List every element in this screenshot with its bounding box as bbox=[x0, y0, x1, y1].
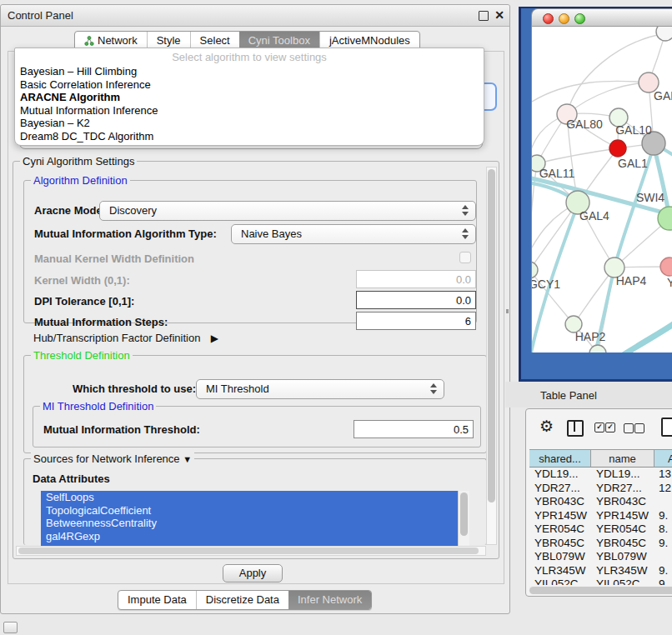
hub-definition-expander[interactable]: Hub/Transcription Factor Definition ▶ bbox=[33, 330, 218, 347]
mi-threshold-label: Mutual Information Threshold: bbox=[43, 423, 200, 436]
sources-title-text: Sources for Network Inference bbox=[33, 452, 180, 465]
cell: YLR345W bbox=[529, 564, 591, 578]
data-attributes-list[interactable]: SelfLoops TopologicalCoefficient Between… bbox=[41, 491, 469, 546]
node-gcy1[interactable] bbox=[532, 262, 538, 278]
table-horizontal-scrollbar[interactable] bbox=[529, 586, 672, 594]
cell: 9. bbox=[654, 537, 672, 551]
tab-infer-network[interactable]: Infer Network bbox=[288, 591, 371, 609]
node-label: GAL4 bbox=[579, 209, 609, 222]
cell: 9 bbox=[654, 578, 672, 585]
cell: YBR043C bbox=[591, 495, 654, 509]
kernel-width-field[interactable] bbox=[356, 270, 476, 288]
deselect-all-icon[interactable] bbox=[634, 423, 644, 433]
dropdown-item[interactable]: Dream8 DC_TDC Algorithm bbox=[15, 130, 484, 143]
dropdown-item[interactable]: Basic Correlation Inference bbox=[15, 78, 484, 92]
dpi-tolerance-field[interactable] bbox=[356, 291, 476, 309]
table-row[interactable]: YBR043CYBR043C bbox=[529, 495, 672, 509]
cell: YIL052C bbox=[591, 578, 654, 585]
mi-steps-field[interactable] bbox=[356, 312, 476, 330]
close-window-icon[interactable] bbox=[543, 13, 554, 24]
node-label: GAL10 bbox=[615, 123, 652, 137]
node-table[interactable]: YDL19...YDL19...13 YDR27...YDR27...12 YB… bbox=[529, 468, 672, 585]
attribute-item-selected[interactable]: SelfLoops bbox=[41, 491, 469, 504]
mi-algorithm-type-label: Mutual Information Algorithm Type: bbox=[34, 228, 217, 240]
cell: 9. bbox=[654, 509, 672, 523]
panel-title: Control Panel bbox=[8, 9, 73, 22]
which-threshold-combobox[interactable]: MI Threshold bbox=[196, 379, 444, 399]
table-row[interactable]: YPR145WYPR145W9. bbox=[529, 509, 672, 523]
gear-icon[interactable]: ⚙ bbox=[539, 417, 554, 436]
cell: YPR145W bbox=[529, 509, 591, 523]
manual-kernel-width-checkbox[interactable] bbox=[459, 252, 471, 263]
tab-impute-data[interactable]: Impute Data bbox=[118, 591, 196, 609]
mi-threshold-title: MI Threshold Definition bbox=[40, 400, 156, 412]
node-label: GAL80 bbox=[566, 118, 603, 131]
zoom-window-icon[interactable] bbox=[574, 13, 585, 24]
settings-group-title: Cyni Algorithm Settings bbox=[20, 155, 137, 168]
table-row[interactable]: YDR27...YDR27...12 bbox=[529, 482, 672, 496]
mi-threshold-field[interactable] bbox=[354, 420, 474, 438]
cell: YDL19... bbox=[591, 468, 654, 482]
attribute-item-selected[interactable]: gal4RGexp bbox=[41, 530, 469, 543]
split-view-icon[interactable] bbox=[567, 420, 584, 437]
dropdown-item[interactable]: Mutual Information Inference bbox=[15, 104, 484, 118]
cell: YBL079W bbox=[591, 550, 654, 564]
tab-discretize-data[interactable]: Discretize Data bbox=[196, 591, 288, 609]
data-attributes-label: Data Attributes bbox=[33, 472, 110, 485]
dropdown-item-highlighted[interactable]: ARACNE Algorithm bbox=[15, 91, 484, 104]
network-canvas[interactable]: GAL GAL80 GAL10 GAL1 GAL11 SWI4 GAL4 GCY… bbox=[531, 27, 672, 352]
node-unlabeled[interactable] bbox=[656, 27, 672, 41]
attribute-list-scrollbar[interactable] bbox=[458, 491, 469, 546]
select-all-icon[interactable]: ✓ bbox=[605, 422, 615, 432]
sources-group-title: Sources for Network Inference ▼ bbox=[31, 452, 194, 465]
panel-divider-mark bbox=[506, 309, 509, 313]
cell: YIL052C bbox=[529, 578, 591, 585]
kernel-width-label: Kernel Width (0,1): bbox=[34, 274, 130, 287]
cell: YBR045C bbox=[529, 537, 591, 551]
tab-impute-data-label: Impute Data bbox=[128, 591, 187, 609]
expander-collapsed-icon: ▶ bbox=[211, 332, 218, 344]
dropdown-item[interactable]: Bayesian – Hill Climbing bbox=[15, 65, 484, 78]
aracne-mode-combobox[interactable]: Discovery bbox=[99, 201, 476, 221]
node-label: Y bbox=[667, 276, 672, 289]
dropdown-item[interactable]: Bayesian – K2 bbox=[15, 117, 484, 130]
add-column-icon[interactable] bbox=[661, 418, 672, 437]
mi-algorithm-type-combobox[interactable]: Naive Bayes bbox=[231, 224, 476, 244]
expander-expanded-icon[interactable]: ▼ bbox=[183, 454, 192, 464]
cell: YBR045C bbox=[591, 537, 654, 551]
node-gal1-red[interactable] bbox=[609, 140, 626, 157]
column-header-shared-name[interactable]: shared... bbox=[529, 449, 591, 468]
table-row[interactable]: YBR045CYBR045C9. bbox=[529, 537, 672, 551]
table-row[interactable]: YER054CYER054C8. bbox=[529, 522, 672, 537]
column-header-cut[interactable]: A bbox=[654, 449, 672, 468]
collapsed-panel-icon[interactable] bbox=[3, 622, 18, 633]
column-header-name[interactable]: name bbox=[591, 449, 654, 468]
table-panel-window: ⚙ ✓ ✓ shared... name A YDL19...YDL19...1… bbox=[525, 408, 672, 597]
node-y-pink[interactable] bbox=[660, 258, 672, 276]
select-all-icon[interactable]: ✓ bbox=[594, 422, 604, 432]
table-row[interactable]: YDL19...YDL19...13 bbox=[529, 468, 672, 482]
table-row[interactable]: YLR345WYLR345W9. bbox=[529, 564, 672, 578]
table-row[interactable]: YBL079WYBL079W bbox=[529, 550, 672, 564]
algorithm-definition-group: Algorithm Definition Aracne Mode: Discov… bbox=[23, 180, 477, 323]
table-toolbar: ⚙ ✓ ✓ bbox=[526, 409, 672, 446]
threshold-definition-title: Threshold Definition bbox=[31, 349, 133, 362]
cell: YLR345W bbox=[591, 564, 654, 578]
settings-horizontal-scrollbar[interactable] bbox=[16, 546, 486, 556]
node-label: GCY1 bbox=[532, 278, 560, 291]
close-panel-icon[interactable]: ✕ bbox=[494, 8, 504, 22]
mi-steps-label: Mutual Information Steps: bbox=[34, 316, 168, 328]
node-label: GAL11 bbox=[539, 167, 575, 180]
table-row[interactable]: YIL052CYIL052C9 bbox=[529, 578, 672, 585]
attribute-item-selected[interactable]: BetweennessCentrality bbox=[41, 517, 469, 530]
settings-vertical-scrollbar[interactable] bbox=[486, 167, 497, 545]
float-panel-icon[interactable] bbox=[479, 11, 489, 21]
cell: YER054C bbox=[591, 522, 654, 537]
deselect-all-icon[interactable] bbox=[624, 423, 634, 433]
cell: 12 bbox=[654, 482, 672, 496]
minimize-window-icon[interactable] bbox=[559, 13, 569, 24]
manual-kernel-width-label: Manual Kernel Width Definition bbox=[34, 252, 194, 265]
apply-button[interactable]: Apply bbox=[223, 564, 283, 582]
attribute-item-selected[interactable]: TopologicalCoefficient bbox=[41, 504, 469, 518]
network-window-titlebar[interactable] bbox=[531, 8, 672, 27]
